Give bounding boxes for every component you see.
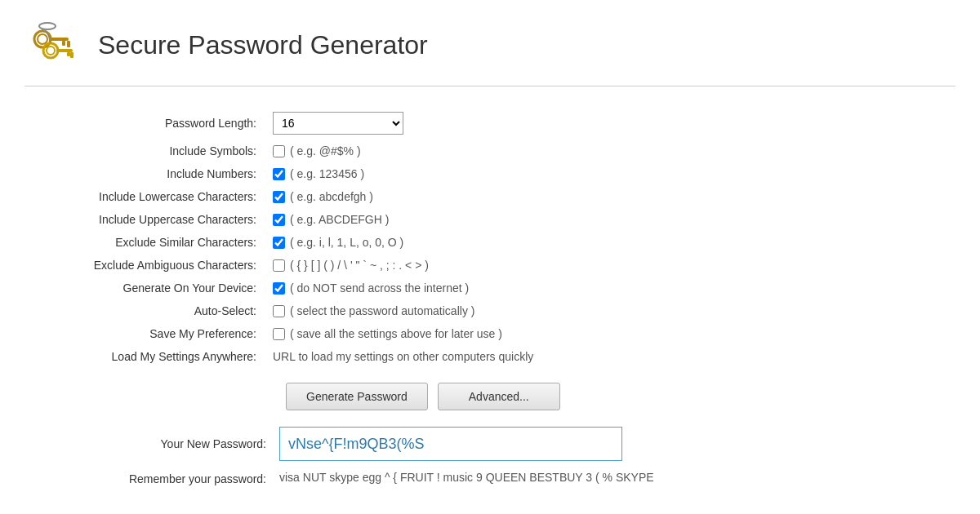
svg-rect-4: [62, 41, 65, 46]
exclude-ambiguous-label: Exclude Ambiguous Characters:: [24, 254, 270, 277]
svg-rect-11: [70, 52, 74, 58]
include-lowercase-hint: ( e.g. abcdefgh ): [290, 190, 373, 203]
new-password-row: Your New Password:: [24, 427, 956, 461]
exclude-similar-control: ( e.g. i, l, 1, L, o, 0, O ): [273, 236, 952, 249]
auto-select-control: ( select the password automatically ): [273, 304, 952, 317]
generate-on-device-row: Generate On Your Device: ( do NOT send a…: [24, 277, 956, 299]
svg-rect-10: [67, 52, 70, 56]
new-password-input[interactable]: [279, 427, 622, 461]
include-uppercase-checkbox[interactable]: [273, 214, 285, 226]
include-symbols-hint: ( e.g. @#$% ): [290, 144, 361, 157]
include-uppercase-hint: ( e.g. ABCDEFGH ): [290, 213, 389, 226]
app-logo: [24, 16, 82, 73]
main-content: Password Length: 8 10 12 14 16 18 20 24 …: [0, 86, 980, 506]
include-uppercase-row: Include Uppercase Characters: ( e.g. ABC…: [24, 208, 956, 231]
load-settings-row: Load My Settings Anywhere: URL to load m…: [24, 345, 956, 368]
include-numbers-hint: ( e.g. 123456 ): [290, 167, 364, 180]
svg-rect-9: [56, 49, 73, 52]
include-numbers-control: ( e.g. 123456 ): [273, 167, 952, 180]
save-preference-control: ( save all the settings above for later …: [273, 327, 952, 340]
remember-password-label: Remember your password:: [24, 471, 266, 485]
new-password-label: Your New Password:: [24, 437, 266, 450]
svg-point-0: [39, 23, 56, 29]
password-result-section: Your New Password: Remember your passwor…: [24, 427, 956, 485]
include-uppercase-label: Include Uppercase Characters:: [24, 208, 270, 231]
auto-select-hint: ( select the password automatically ): [290, 304, 474, 317]
save-preference-checkbox[interactable]: [273, 328, 285, 340]
password-length-select[interactable]: 8 10 12 14 16 18 20 24 32: [273, 112, 403, 135]
save-preference-row: Save My Preference: ( save all the setti…: [24, 322, 956, 345]
load-settings-label: Load My Settings Anywhere:: [24, 345, 270, 368]
include-lowercase-checkbox[interactable]: [273, 191, 285, 203]
password-length-label: Password Length:: [24, 107, 270, 140]
exclude-similar-row: Exclude Similar Characters: ( e.g. i, l,…: [24, 231, 956, 254]
save-preference-label: Save My Preference:: [24, 322, 270, 345]
auto-select-row: Auto-Select: ( select the password autom…: [24, 299, 956, 322]
action-buttons: Generate Password Advanced...: [286, 383, 956, 410]
exclude-similar-label: Exclude Similar Characters:: [24, 231, 270, 254]
svg-rect-3: [49, 38, 69, 41]
include-lowercase-row: Include Lowercase Characters: ( e.g. abc…: [24, 185, 956, 208]
auto-select-label: Auto-Select:: [24, 299, 270, 322]
generate-on-device-control: ( do NOT send across the internet ): [273, 281, 952, 295]
exclude-similar-checkbox[interactable]: [273, 237, 285, 249]
settings-table: Password Length: 8 10 12 14 16 18 20 24 …: [24, 107, 956, 368]
password-length-row: Password Length: 8 10 12 14 16 18 20 24 …: [24, 107, 956, 140]
advanced-button[interactable]: Advanced...: [438, 383, 560, 410]
generate-on-device-hint: ( do NOT send across the internet ): [290, 281, 469, 295]
exclude-ambiguous-row: Exclude Ambiguous Characters: ( { } [ ] …: [24, 254, 956, 277]
generate-on-device-label: Generate On Your Device:: [24, 277, 270, 299]
load-settings-text: URL to load my settings on other compute…: [273, 350, 533, 363]
include-symbols-checkbox[interactable]: [273, 145, 285, 157]
generate-on-device-checkbox[interactable]: [273, 282, 285, 295]
generate-password-button[interactable]: Generate Password: [286, 383, 428, 410]
svg-rect-5: [67, 41, 70, 47]
include-symbols-control: ( e.g. @#$% ): [273, 144, 952, 157]
svg-point-8: [47, 47, 55, 55]
include-numbers-label: Include Numbers:: [24, 162, 270, 185]
page-title: Secure Password Generator: [98, 30, 428, 60]
include-symbols-row: Include Symbols: ( e.g. @#$% ): [24, 140, 956, 162]
include-lowercase-control: ( e.g. abcdefgh ): [273, 190, 952, 203]
include-numbers-row: Include Numbers: ( e.g. 123456 ): [24, 162, 956, 185]
exclude-similar-hint: ( e.g. i, l, 1, L, o, 0, O ): [290, 236, 403, 249]
exclude-ambiguous-control: ( { } [ ] ( ) / \ ' " ` ~ , ; : . < > ): [273, 259, 952, 272]
include-uppercase-control: ( e.g. ABCDEFGH ): [273, 213, 952, 226]
auto-select-checkbox[interactable]: [273, 305, 285, 317]
exclude-ambiguous-checkbox[interactable]: [273, 259, 285, 272]
save-preference-hint: ( save all the settings above for later …: [290, 327, 502, 340]
app-header: Secure Password Generator: [0, 0, 980, 86]
include-lowercase-label: Include Lowercase Characters:: [24, 185, 270, 208]
svg-point-2: [38, 34, 47, 44]
remember-password-text: visa NUT skype egg ^ { FRUIT ! music 9 Q…: [279, 471, 654, 484]
include-numbers-checkbox[interactable]: [273, 168, 285, 180]
exclude-ambiguous-hint: ( { } [ ] ( ) / \ ' " ` ~ , ; : . < > ): [290, 259, 429, 272]
svg-point-7: [43, 43, 58, 58]
remember-password-row: Remember your password: visa NUT skype e…: [24, 471, 956, 485]
include-symbols-label: Include Symbols:: [24, 140, 270, 162]
